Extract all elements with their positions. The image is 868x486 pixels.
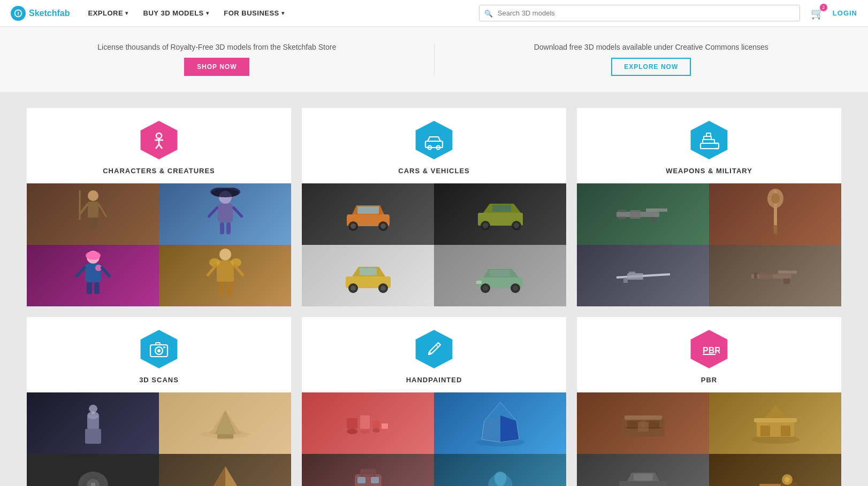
char-img-2 [159,183,291,245]
char-img-4 [159,245,291,306]
promo-divider [434,43,435,75]
pbr-img-4 [709,454,841,486]
svg-rect-117 [347,418,357,429]
svg-rect-28 [94,282,100,294]
category-pbr-header: PBR PBR [577,317,841,392]
explore-nav[interactable]: EXPLORE ▾ [80,0,135,27]
business-chevron: ▾ [281,10,285,16]
svg-rect-77 [618,210,626,212]
svg-line-17 [208,207,218,217]
login-button[interactable]: LOGIN [833,9,857,17]
svg-rect-78 [618,217,626,219]
cars-title: CARS & VEHICLES [398,167,469,175]
buy-chevron: ▾ [206,10,209,16]
svg-point-6 [88,190,98,201]
svg-rect-68 [701,143,719,149]
svg-rect-90 [759,272,773,280]
category-cars[interactable]: CARS & VEHICLES [302,108,566,306]
svg-rect-151 [781,426,790,436]
category-handpainted[interactable]: HANDPAINTED [302,317,566,486]
svg-rect-162 [759,484,781,487]
buy-nav[interactable]: BUY 3D MODELS ▾ [136,0,217,27]
promo-right-text: Download free 3D models available under … [534,43,768,51]
category-pbr[interactable]: PBR PBR [577,317,841,486]
svg-rect-71 [706,133,711,136]
svg-text:PBR: PBR [703,346,720,355]
svg-rect-111 [91,483,95,487]
cars-images [302,183,566,306]
handpainted-images [302,392,566,486]
promo-right: Download free 3D models available under … [456,43,847,76]
svg-rect-89 [778,271,797,274]
svg-point-57 [351,286,356,291]
scans-icon [138,328,180,371]
handpainted-title: HANDPAINTED [406,376,462,384]
svg-rect-7 [88,202,98,218]
svg-point-53 [514,223,519,228]
svg-rect-15 [218,204,233,222]
pbr-icon: PBR [688,328,730,371]
svg-point-122 [372,428,380,433]
logo[interactable]: Sketchfab [11,6,70,21]
car-img-4 [434,245,566,306]
scan-img-3 [27,454,159,486]
svg-point-16 [210,188,240,197]
weapons-title: WEAPONS & MILITARY [666,167,752,175]
category-scans[interactable]: 3D SCANS [27,317,291,486]
category-characters[interactable]: CHARACTERS & CREATURES [27,108,291,306]
svg-rect-150 [760,426,770,436]
svg-rect-99 [85,429,101,444]
svg-line-33 [207,265,217,276]
svg-rect-141 [625,415,662,420]
svg-point-22 [86,251,101,260]
search-icon: 🔍 [484,9,493,17]
svg-point-63 [483,286,488,291]
svg-rect-79 [651,217,656,222]
hand-img-3 [302,454,434,486]
svg-line-4 [156,144,159,149]
svg-point-121 [360,429,370,434]
svg-point-164 [785,477,790,482]
category-cars-header: CARS & VEHICLES [302,108,566,183]
svg-marker-126 [482,415,500,442]
navbar: Sketchfab EXPLORE ▾ BUY 3D MODELS ▾ FOR … [0,0,868,27]
pbr-img-2 [709,392,841,454]
svg-line-9 [98,204,106,217]
explore-now-button[interactable]: EXPLORE NOW [611,58,691,76]
search-input[interactable] [479,5,800,21]
svg-rect-66 [476,281,482,284]
svg-rect-133 [371,477,379,483]
categories-grid: CHARACTERS & CREATURES [0,92,868,486]
hand-img-1 [302,392,434,454]
pbr-title: PBR [701,376,717,384]
wpn-img-4 [709,245,841,306]
business-nav[interactable]: FOR BUSINESS ▾ [216,0,292,27]
svg-rect-35 [219,282,224,296]
car-img-2 [434,183,566,245]
car-img-3 [302,245,434,306]
svg-rect-83 [773,225,778,236]
svg-rect-87 [623,277,628,283]
cart-button[interactable]: 🛒 2 [811,7,824,20]
svg-line-115 [436,345,438,347]
svg-line-8 [80,204,88,214]
category-weapons-header: WEAPONS & MILITARY [577,108,841,183]
explore-chevron: ▾ [125,10,128,16]
category-weapons[interactable]: WEAPONS & MILITARY [577,108,841,306]
svg-rect-103 [89,405,97,413]
svg-rect-36 [227,282,232,296]
promo-left: License thousands of Royalty-Free 3D mod… [21,43,413,76]
svg-rect-107 [217,434,233,438]
shop-now-button[interactable]: SHOP NOW [184,58,249,76]
svg-rect-119 [372,421,380,429]
pbr-images [577,392,841,486]
characters-images [27,183,291,306]
svg-point-45 [351,223,356,229]
svg-rect-91 [754,272,757,279]
promo-banner: License thousands of Royalty-Free 3D mod… [0,27,868,92]
logo-text: Sketchfab [29,9,70,18]
svg-line-26 [101,267,110,277]
wpn-img-2 [709,183,841,245]
svg-rect-148 [754,418,797,422]
svg-rect-43 [357,206,379,214]
